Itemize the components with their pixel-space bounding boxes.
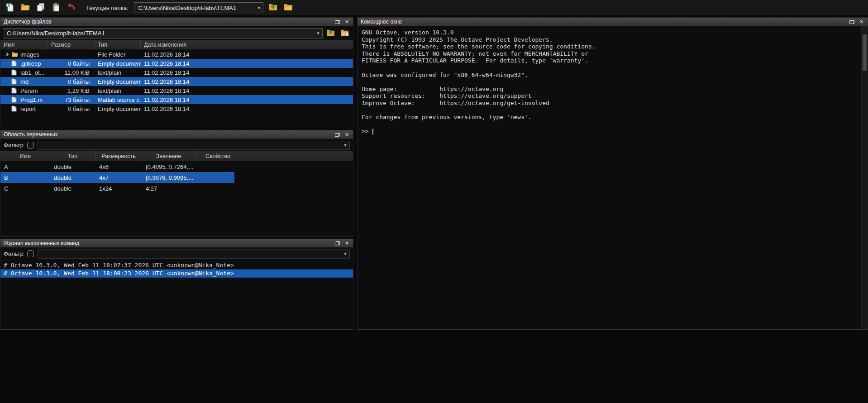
close-button[interactable]: × (342, 240, 352, 247)
file-name: md (20, 78, 29, 85)
directory-up-button[interactable] (267, 2, 279, 13)
paste-icon (52, 3, 60, 13)
file-size: 0 байты (48, 106, 95, 112)
new-script-button[interactable] (3, 1, 17, 14)
command-window-titlebar[interactable]: Командное окно × (358, 18, 868, 26)
copy-button[interactable] (33, 1, 48, 14)
variable-row[interactable]: B double 4x7 [0.9076, 0.9095,... (0, 172, 353, 183)
variables-table: Имя Тип Размерность Значение Свойство A … (0, 151, 353, 194)
one-directory-up-button[interactable] (324, 28, 337, 39)
terminal-output[interactable]: GNU Octave, version 10.3.0 Copyright (C)… (358, 26, 868, 329)
document-icon (11, 69, 18, 76)
command-window-panel: Командное окно × GNU Octave, version 10.… (357, 17, 868, 330)
variable-row[interactable]: C double 1x24 4:27 (0, 183, 353, 194)
file-type: text/plain (95, 87, 141, 94)
terminal-prompt-line[interactable]: >> (362, 128, 858, 135)
history-entry[interactable]: # Octave 10.3.0, Wed Feb 11 18:07:37 202… (0, 261, 353, 269)
file-size: 1,29 KiB (48, 87, 95, 94)
column-header-type[interactable]: Тип (95, 40, 141, 49)
file-browser-title: Диспетчер файлов (4, 19, 333, 25)
undo-button[interactable] (64, 1, 78, 14)
undock-button[interactable] (333, 240, 342, 247)
column-header-attribute[interactable]: Свойство (196, 151, 353, 161)
vertical-scrollbar[interactable] (861, 26, 868, 329)
workspace-titlebar[interactable]: Область переменных × (0, 130, 353, 139)
variable-value: [0.9076, 0.9095,... (142, 174, 196, 181)
undock-button[interactable] (333, 131, 342, 138)
variable-dimension: 4x6 (95, 163, 142, 170)
folder-up-icon (326, 29, 335, 38)
file-size: 0 байты (48, 78, 95, 85)
terminal-line: This is free software; see the source co… (362, 43, 858, 50)
file-date: 11.02.2026 18:14 (141, 96, 353, 103)
variable-row[interactable]: A double 4x6 [0.4095, 0.7264,... (0, 161, 353, 172)
chevron-down-icon: ▾ (314, 30, 322, 36)
command-window-title: Командное окно (361, 19, 847, 25)
terminal-line: There is ABSOLUTELY NO WARRANTY; not eve… (362, 50, 858, 58)
file-type: File Folder (95, 51, 141, 58)
history-entries: # Octave 10.3.0, Wed Feb 11 18:07:37 202… (0, 260, 353, 278)
file-name: images (20, 51, 39, 58)
variable-name: A (0, 163, 50, 170)
document-icon (11, 106, 18, 112)
file-row[interactable]: report 0 байты Empty document 11.02.2026… (0, 104, 353, 113)
file-browser-titlebar[interactable]: Диспетчер файлов × (0, 18, 353, 26)
terminal-line: Improve Octave: https://octave.org/get-i… (362, 100, 858, 107)
current-folder-value: C:\Users\Nika\Desktop\it-labs\TEMA1 (134, 5, 255, 11)
file-browser-path-combobox[interactable]: C:/Users/Nika/Desktop/it-labs/TEMA1 ▾ (3, 28, 323, 38)
current-folder-combobox[interactable]: C:\Users\Nika\Desktop\it-labs\TEMA1 ▾ (134, 2, 263, 13)
open-file-button[interactable] (18, 1, 32, 14)
file-date: 11.02.2026 18:14 (141, 51, 353, 58)
file-row[interactable]: Prog1.m 73 байты Matlab source c... 11.0… (0, 95, 353, 104)
variable-class: double (50, 174, 95, 181)
terminal-line: FITNESS FOR A PARTICULAR PURPOSE. For de… (362, 57, 858, 64)
history-titlebar[interactable]: Журнал выполненных команд × (0, 239, 353, 248)
browser-actions-button[interactable] (339, 28, 351, 39)
column-header-dimension[interactable]: Размерность (95, 151, 142, 161)
workspace-panel: Область переменных × Фильтр ▾ Имя Тип Ра… (0, 130, 353, 237)
octave-main-window: Текущая папка: C:\Users\Nika\Desktop\it-… (0, 0, 868, 403)
variable-value: 4:27 (142, 185, 196, 192)
browse-directory-button[interactable] (282, 2, 294, 13)
scrollbar-thumb[interactable] (863, 34, 867, 71)
column-header-class[interactable]: Тип (50, 151, 95, 161)
filter-checkbox[interactable] (27, 142, 34, 149)
document-icon (11, 60, 18, 67)
undock-button[interactable] (333, 18, 342, 25)
terminal-line (362, 121, 858, 128)
file-row[interactable]: images File Folder 11.02.2026 18:14 (0, 50, 353, 59)
file-browser-pathrow: C:/Users/Nika/Desktop/it-labs/TEMA1 ▾ (0, 26, 353, 40)
file-date: 11.02.2026 18:14 (141, 69, 353, 76)
filter-checkbox[interactable] (27, 250, 34, 257)
terminal-line: Support resources: https://octave.org/su… (362, 92, 858, 100)
file-row[interactable]: Perem 1,29 KiB text/plain 11.02.2026 18:… (0, 86, 353, 95)
file-table: Имя Размер Тип Дата изменения images Fil… (0, 40, 353, 113)
column-header-name[interactable]: Имя (0, 151, 50, 161)
filter-combobox[interactable]: ▾ (38, 249, 350, 259)
column-header-size[interactable]: Размер (48, 40, 95, 49)
file-row[interactable]: md 0 байты Empty document 11.02.2026 18:… (0, 77, 353, 86)
column-header-name[interactable]: Имя (0, 40, 48, 49)
close-button[interactable]: × (857, 18, 866, 25)
file-row[interactable]: lab1_ot... 11,00 KiB text/plain 11.02.20… (0, 68, 353, 77)
terminal-line (362, 78, 858, 86)
variable-value: [0.4095, 0.7264,... (142, 163, 196, 170)
filter-combobox[interactable]: ▾ (38, 141, 350, 150)
folder-up-icon (268, 3, 277, 12)
variable-class: double (50, 185, 95, 192)
file-browser-panel: Диспетчер файлов × C:/Users/Nika/Desktop… (0, 17, 353, 128)
copy-icon (37, 3, 45, 13)
folder-icon (284, 3, 293, 12)
close-button[interactable]: × (342, 131, 352, 138)
file-row[interactable]: .gitkeep 0 байты Empty document 11.02.20… (0, 59, 353, 68)
file-type: text/plain (95, 69, 141, 76)
close-button[interactable]: × (342, 18, 352, 25)
paste-button[interactable] (49, 1, 63, 14)
file-size: 0 байты (48, 60, 95, 67)
history-entry[interactable]: # Octave 10.3.0, Wed Feb 11 18:08:23 202… (0, 269, 353, 278)
undock-button[interactable] (847, 18, 857, 25)
column-header-value[interactable]: Значение (142, 151, 196, 161)
file-name: Prog1.m (20, 96, 43, 103)
expand-icon[interactable] (4, 52, 9, 57)
column-header-date[interactable]: Дата изменения (141, 40, 353, 49)
